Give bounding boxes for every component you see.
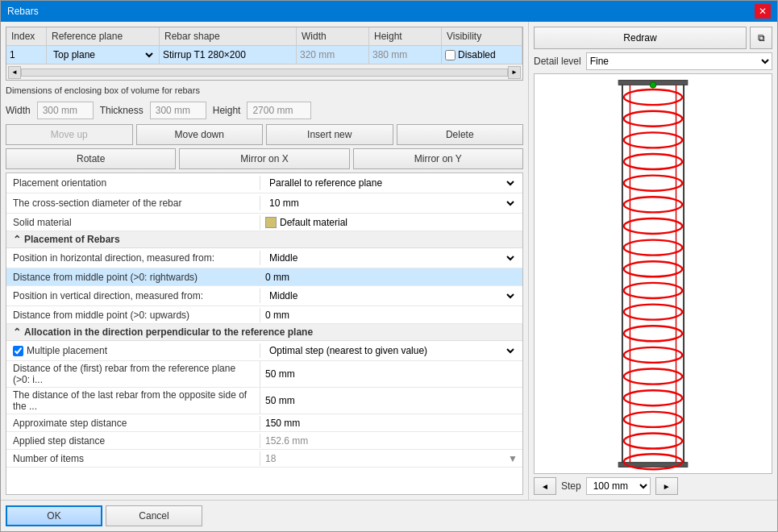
mirror-x-button[interactable]: Mirror on X <box>179 148 349 169</box>
title-bar: Rebars ✕ <box>1 1 777 22</box>
section-allocation-header: ⌃ Allocation in the direction perpendicu… <box>6 324 522 341</box>
thickness-input[interactable] <box>150 102 206 119</box>
svg-point-7 <box>624 132 682 148</box>
detail-level-select[interactable]: Fine Medium Coarse <box>586 52 772 70</box>
width-label: Width <box>6 105 31 116</box>
copy-button[interactable]: ⧉ <box>750 27 772 49</box>
num-items-value: 18 ▼ <box>260 451 522 466</box>
dist-middle-v-label: Distance from middle point (>0: upwards) <box>6 308 260 322</box>
cancel-button[interactable]: Cancel <box>106 505 202 526</box>
section-placement-header: ⌃ Placement of Rebars <box>6 231 522 248</box>
multiple-placement-value: Optimal step (nearest to given value) <box>260 341 522 360</box>
svg-point-9 <box>624 176 682 191</box>
solid-material-row: Solid material Default material <box>6 214 522 231</box>
svg-point-17 <box>624 347 682 363</box>
rebar-visualization <box>535 74 772 473</box>
dimensions-row: Width Thickness Height <box>6 100 523 121</box>
section-collapse-icon: ⌃ <box>13 234 21 245</box>
multiple-placement-text: Multiple placement <box>27 345 107 356</box>
redraw-button[interactable]: Redraw <box>534 27 747 49</box>
section-placement-label: Placement of Rebars <box>24 234 120 245</box>
svg-point-10 <box>624 197 682 212</box>
svg-point-23 <box>650 82 656 89</box>
multiple-placement-row: Multiple placement Optimal step (nearest… <box>6 341 522 361</box>
dist-last-rebar-row: The distance of the last rebar from the … <box>6 388 522 414</box>
num-items-row: Number of items 18 ▼ <box>6 450 522 468</box>
mirror-y-button[interactable]: Mirror on Y <box>353 148 523 169</box>
dimensions-label: Dimensions of enclosing box of volume fo… <box>6 84 523 97</box>
pos-vertical-label: Position in vertical direction, measured… <box>6 289 260 303</box>
thickness-label: Thickness <box>100 105 144 116</box>
applied-step-label: Applied step distance <box>6 434 260 448</box>
scroll-right-arrow[interactable]: ► <box>508 66 521 79</box>
cross-section-row: The cross-section diameter of the rebar … <box>6 193 522 214</box>
table-header: Index Reference plane Rebar shape Width … <box>6 27 522 46</box>
ref-plane-select[interactable]: Top plane <box>50 48 156 61</box>
move-up-button[interactable]: Move up <box>6 124 133 145</box>
dist-middle-h-value: 0 mm <box>260 270 522 285</box>
dist-middle-h-row[interactable]: Distance from middle point (>0: rightwar… <box>6 268 522 286</box>
dist-last-rebar-label: The distance of the last rebar from the … <box>6 388 260 414</box>
svg-point-18 <box>624 369 682 384</box>
pos-horizontal-value: Middle <box>260 248 522 268</box>
dialog-body: Index Reference plane Rebar shape Width … <box>1 22 777 500</box>
height-label: Height <box>213 105 241 116</box>
pos-vertical-select[interactable]: Middle <box>265 288 518 304</box>
left-panel: Index Reference plane Rebar shape Width … <box>1 22 528 500</box>
num-items-text: 18 <box>265 453 505 464</box>
cross-section-select[interactable]: 10 mm <box>265 195 518 211</box>
dist-middle-v-row: Distance from middle point (>0: upwards)… <box>6 306 522 324</box>
col-index: Index <box>6 27 47 45</box>
material-color-swatch <box>265 217 277 228</box>
num-items-arrow: ▼ <box>508 453 518 464</box>
section-allocation-collapse-icon: ⌃ <box>13 326 21 338</box>
insert-new-button[interactable]: Insert new <box>266 124 393 145</box>
svg-point-13 <box>624 261 682 276</box>
cross-section-label: The cross-section diameter of the rebar <box>6 196 260 210</box>
detail-level-label: Detail level <box>534 56 581 67</box>
cell-ref-plane: Top plane <box>47 46 160 64</box>
scrollbar-track[interactable] <box>21 69 508 77</box>
pos-horizontal-label: Position in horizontal direction, measur… <box>6 251 260 265</box>
prev-step-button[interactable]: ◄ <box>534 477 556 495</box>
approx-step-label: Approximate step distance <box>6 416 260 430</box>
solid-material-value: Default material <box>260 215 522 230</box>
dist-last-rebar-value: 50 mm <box>260 393 522 408</box>
cell-height: 380 mm <box>369 46 442 64</box>
dist-first-rebar-row: Distance of the (first) rebar from the r… <box>6 361 522 388</box>
close-button[interactable]: ✕ <box>755 4 771 19</box>
multiple-placement-select[interactable]: Optimal step (nearest to given value) <box>265 343 518 359</box>
num-items-label: Number of items <box>6 451 260 466</box>
height-input[interactable] <box>247 102 311 119</box>
visibility-checkbox[interactable] <box>445 50 456 60</box>
move-down-button[interactable]: Move down <box>136 124 264 145</box>
step-select[interactable]: 100 mm <box>586 477 651 495</box>
properties-panel: Placement orientation Parallel to refere… <box>6 172 523 495</box>
approx-step-row: Approximate step distance 150 mm <box>6 414 522 432</box>
pos-horizontal-select[interactable]: Middle <box>265 250 518 266</box>
scroll-left-arrow[interactable]: ◄ <box>8 66 21 79</box>
step-row: ◄ Step 100 mm ► <box>534 477 772 495</box>
dist-middle-h-label: Distance from middle point (>0: rightwar… <box>6 270 260 285</box>
applied-step-value: 152.6 mm <box>260 434 522 448</box>
svg-point-20 <box>624 412 682 427</box>
table-row[interactable]: 1 Top plane Stirrup T1 280×200 320 mm 38… <box>6 46 522 64</box>
dist-middle-v-value: 0 mm <box>260 308 522 322</box>
cross-section-value: 10 mm <box>260 193 522 213</box>
delete-button[interactable]: Delete <box>397 124 524 145</box>
dialog-rebars: Rebars ✕ Index Reference plane Rebar sha… <box>0 0 778 532</box>
next-step-button[interactable]: ► <box>655 477 678 495</box>
table-scrollbar[interactable]: ◄ ► <box>6 64 522 80</box>
move-buttons-row: Move up Move down Insert new Delete <box>6 124 523 145</box>
col-height: Height <box>369 27 442 45</box>
rebar-table: Index Reference plane Rebar shape Width … <box>6 27 523 81</box>
placement-orientation-select[interactable]: Parallel to reference plane <box>265 175 518 191</box>
width-input[interactable] <box>37 102 94 119</box>
svg-point-16 <box>624 326 682 341</box>
rotate-button[interactable]: Rotate <box>6 148 176 169</box>
solid-material-text: Default material <box>280 217 347 228</box>
multiple-placement-checkbox[interactable] <box>13 346 23 356</box>
col-ref-plane: Reference plane <box>47 27 160 45</box>
ok-button[interactable]: OK <box>6 505 102 526</box>
copy-icon: ⧉ <box>758 32 765 44</box>
